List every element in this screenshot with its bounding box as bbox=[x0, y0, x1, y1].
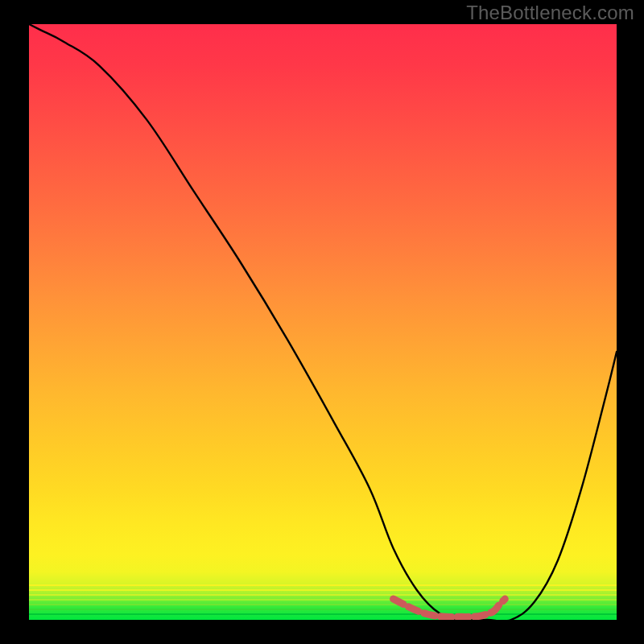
chart-svg bbox=[29, 24, 617, 620]
optimal-range-marker bbox=[394, 599, 506, 617]
watermark-text: TheBottleneck.com bbox=[466, 2, 634, 24]
plot-area bbox=[29, 24, 617, 620]
bottleneck-curve bbox=[29, 24, 617, 620]
chart-frame: TheBottleneck.com bbox=[0, 0, 644, 644]
